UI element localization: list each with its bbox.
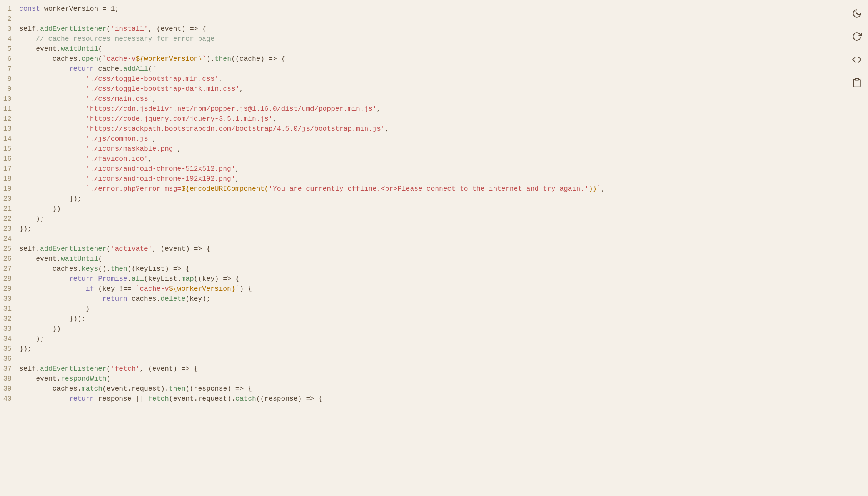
- code-line-5: 5 event.waitUntil(: [0, 44, 845, 54]
- code-line-35: 35 });: [0, 344, 845, 354]
- code-button[interactable]: [849, 52, 865, 67]
- code-line-39: 39 caches.match(event.request).then((res…: [0, 384, 845, 394]
- code-line-30: 30 return caches.delete(key);: [0, 294, 845, 304]
- code-line-16: 16 './favicon.ico',: [0, 154, 845, 164]
- code-line-23: 23 });: [0, 224, 845, 234]
- code-line-8: 8 './css/toggle-bootstrap.min.css',: [0, 74, 845, 84]
- code-line-29: 29 if (key !== `cache-v${workerVersion}`…: [0, 284, 845, 294]
- code-line-38: 38 event.respondWith(: [0, 374, 845, 384]
- code-line-15: 15 './icons/maskable.png',: [0, 144, 845, 154]
- clipboard-button[interactable]: [849, 75, 865, 90]
- code-line-7: 7 return cache.addAll([: [0, 64, 845, 74]
- code-line-27: 27 caches.keys().then((keyList) => {: [0, 264, 845, 274]
- code-editor: 1 const workerVersion = 1; 2 3 self.addE…: [0, 0, 845, 496]
- code-icon: [852, 55, 862, 65]
- code-line-17: 17 './icons/android-chrome-512x512.png',: [0, 164, 845, 174]
- code-line-12: 12 'https://code.jquery.com/jquery-3.5.1…: [0, 114, 845, 124]
- code-line-19: 19 `./error.php?error_msg=${encodeURICom…: [0, 184, 845, 194]
- code-line-20: 20 ]);: [0, 194, 845, 204]
- code-line-2: 2: [0, 14, 845, 24]
- code-line-32: 32 }));: [0, 314, 845, 324]
- moon-icon: [852, 8, 862, 18]
- dark-mode-button[interactable]: [849, 6, 865, 21]
- code-line-33: 33 }): [0, 324, 845, 334]
- refresh-button[interactable]: [849, 29, 865, 44]
- code-line-14: 14 './js/common.js',: [0, 134, 845, 144]
- code-line-13: 13 'https://stackpath.bootstrapcdn.com/b…: [0, 124, 845, 134]
- code-line-31: 31 }: [0, 304, 845, 314]
- sidebar: [845, 0, 868, 496]
- clipboard-icon: [852, 78, 862, 88]
- code-line-26: 26 event.waitUntil(: [0, 254, 845, 264]
- code-line-25: 25 self.addEventListener('activate', (ev…: [0, 244, 845, 254]
- refresh-icon: [852, 32, 862, 42]
- code-line-1: 1 const workerVersion = 1;: [0, 4, 845, 14]
- svg-rect-0: [855, 78, 858, 80]
- code-line-10: 10 './css/main.css',: [0, 94, 845, 104]
- code-line-4: 4 // cache resources necessary for error…: [0, 34, 845, 44]
- code-line-36: 36: [0, 354, 845, 364]
- code-line-11: 11 'https://cdn.jsdelivr.net/npm/popper.…: [0, 104, 845, 114]
- code-line-6: 6 caches.open(`cache-v${workerVersion}`)…: [0, 54, 845, 64]
- code-line-34: 34 );: [0, 334, 845, 344]
- code-line-37: 37 self.addEventListener('fetch', (event…: [0, 364, 845, 374]
- code-line-18: 18 './icons/android-chrome-192x192.png',: [0, 174, 845, 184]
- code-line-9: 9 './css/toggle-bootstrap-dark.min.css',: [0, 84, 845, 94]
- code-line-21: 21 }): [0, 204, 845, 214]
- code-line-28: 28 return Promise.all(keyList.map((key) …: [0, 274, 845, 284]
- code-line-22: 22 );: [0, 214, 845, 224]
- code-line-40: 40 return response || fetch(event.reques…: [0, 394, 845, 404]
- code-line-24: 24: [0, 234, 845, 244]
- code-line-3: 3 self.addEventListener('install', (even…: [0, 24, 845, 34]
